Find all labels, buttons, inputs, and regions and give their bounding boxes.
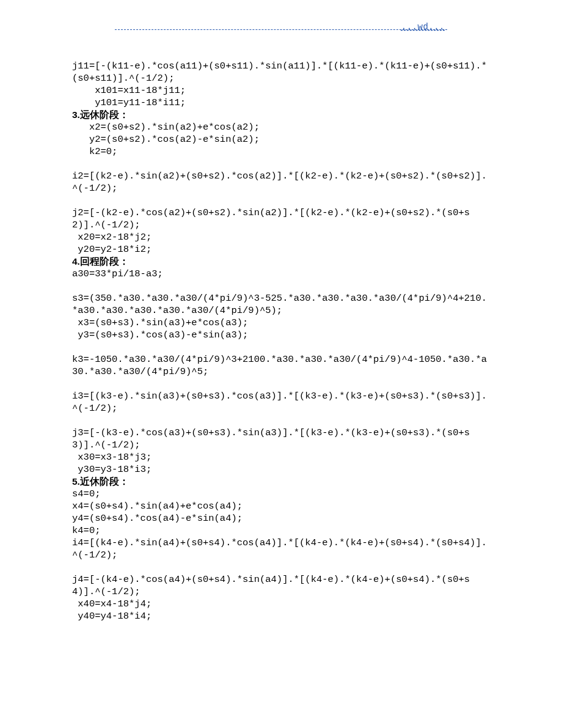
code-line: x30=x3-18*j3; [72, 451, 490, 463]
code-line: j3=[-(k3-e).*cos(a3)+(s0+s3).*sin(a3)].*… [72, 427, 490, 451]
blank-line [72, 194, 490, 207]
code-line: y40=y4-18*i4; [72, 610, 490, 622]
heading-number: 4. [72, 256, 80, 267]
section-heading: 4.回程阶段： [72, 256, 490, 268]
code-line: j2=[-(k2-e).*cos(a2)+(s0+s2).*sin(a2)].*… [72, 207, 490, 231]
code-line: i2=[(k2-e).*sin(a2)+(s0+s2).*cos(a2)].*[… [72, 170, 490, 194]
header-label: ...wd... [401, 22, 445, 32]
code-line: y30=y3-18*i3; [72, 463, 490, 476]
blank-line [72, 341, 490, 353]
code-line: k4=0; [72, 524, 490, 537]
code-line: x3=(s0+s3).*sin(a3)+e*cos(a3); [72, 317, 490, 329]
document-body: j11=[-(k11-e).*cos(a11)+(s0+s11).*sin(a1… [72, 60, 490, 622]
code-line: x20=x2-18*j2; [72, 231, 490, 243]
heading-text: 回程阶段： [80, 256, 129, 267]
code-line: y101=y11-18*i11; [72, 97, 490, 109]
page: ...wd... j11=[-(k11-e).*cos(a11)+(s0+s11… [0, 0, 562, 728]
code-line: i4=[(k4-e).*sin(a4)+(s0+s4).*cos(a4)].*[… [72, 537, 490, 561]
code-line: x2=(s0+s2).*sin(a2)+e*cos(a2); [72, 121, 490, 133]
code-line: j4=[-(k4-e).*cos(a4)+(s0+s4).*sin(a4)].*… [72, 573, 490, 598]
code-line: i3=[(k3-e).*sin(a3)+(s0+s3).*cos(a3)].*[… [72, 390, 490, 414]
code-line: y3=(s0+s3).*cos(a3)-e*sin(a3); [72, 329, 490, 341]
code-line: s4=0; [72, 488, 490, 500]
blank-line [72, 414, 490, 427]
header-divider [115, 29, 447, 30]
code-line: x101=x11-18*j11; [72, 84, 490, 97]
heading-number: 5. [72, 476, 80, 487]
heading-number: 3. [72, 109, 80, 120]
code-line: y20=y2-18*i2; [72, 243, 490, 256]
blank-line [72, 378, 490, 390]
code-line: k3=-1050.*a30.*a30/(4*pi/9)^3+2100.*a30.… [72, 353, 490, 378]
heading-text: 近休阶段： [80, 476, 129, 487]
heading-text: 远休阶段： [80, 109, 129, 120]
code-line: y2=(s0+s2).*cos(a2)-e*sin(a2); [72, 133, 490, 145]
code-line: x40=x4-18*j4; [72, 598, 490, 610]
code-line: a30=33*pi/18-a3; [72, 268, 490, 280]
code-line: y4=(s0+s4).*cos(a4)-e*sin(a4); [72, 512, 490, 524]
blank-line [72, 280, 490, 292]
blank-line [72, 561, 490, 573]
blank-line [72, 158, 490, 170]
section-heading: 5.近休阶段： [72, 476, 490, 488]
code-line: j11=[-(k11-e).*cos(a11)+(s0+s11).*sin(a1… [72, 60, 490, 84]
code-line: x4=(s0+s4).*sin(a4)+e*cos(a4); [72, 500, 490, 512]
section-heading: 3.远休阶段： [72, 109, 490, 121]
code-line: s3=(350.*a30.*a30.*a30/(4*pi/9)^3-525.*a… [72, 292, 490, 317]
code-line: k2=0; [72, 145, 490, 158]
